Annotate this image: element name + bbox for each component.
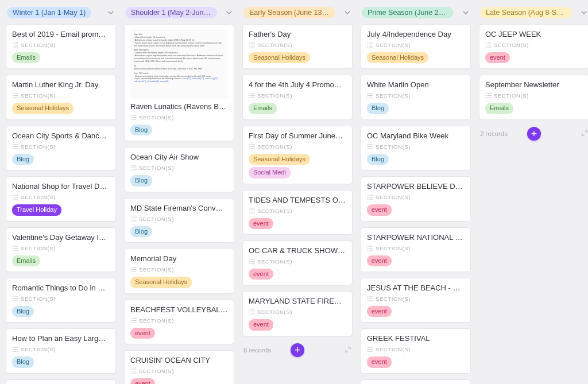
- card-tags: event: [249, 218, 346, 229]
- list-icon: [249, 259, 255, 264]
- add-card-button[interactable]: +: [527, 127, 541, 141]
- tag[interactable]: Blog: [367, 103, 389, 114]
- tag[interactable]: event: [367, 255, 392, 266]
- column-title[interactable]: Shoulder 1 (May 2-June 12): [125, 7, 217, 18]
- card[interactable]: July 4/Independence DaySECTION(S)Seasona…: [361, 24, 471, 69]
- column-title[interactable]: Prime Season (June 27-Aug…: [362, 7, 454, 18]
- card[interactable]: Martin Luther King Jr. DaySECTION(S)Seas…: [6, 75, 116, 119]
- sections-label: SECTION(S): [367, 346, 465, 352]
- record-count: 6 records: [243, 347, 271, 354]
- card-title: Ocean City Sports & Danc…: [12, 131, 110, 140]
- chevron-down-icon[interactable]: [580, 9, 588, 17]
- chevron-down-icon[interactable]: [343, 9, 351, 17]
- card[interactable]: National Shop for Travel D…SECTION(S)Tra…: [6, 176, 116, 221]
- card-title: MD State Fireman's Conv…: [130, 204, 228, 212]
- expand-icon[interactable]: [345, 346, 351, 354]
- list-icon: [249, 93, 255, 98]
- card[interactable]: OC CAR & TRUCK SHOW …SECTION(S)event: [242, 241, 353, 285]
- tag[interactable]: Blog: [12, 356, 34, 367]
- chevron-down-icon[interactable]: [462, 9, 470, 17]
- column-title[interactable]: Early Season (June 13-June…: [243, 7, 335, 18]
- card[interactable]: July NewsletterSECTION(S)Emails: [361, 379, 471, 384]
- card-tags: event: [485, 52, 583, 63]
- tag[interactable]: event: [367, 204, 392, 215]
- tag[interactable]: event: [249, 218, 273, 229]
- expand-icon[interactable]: [581, 130, 588, 138]
- tag[interactable]: event: [249, 319, 273, 330]
- card[interactable]: Memorial DaySECTION(S)Seasonal Holidays: [124, 249, 234, 293]
- tag[interactable]: Emails: [249, 103, 277, 114]
- list-icon: [367, 347, 373, 352]
- card[interactable]: Ocean City Air ShowSECTION(S)Blog: [124, 147, 234, 192]
- tag[interactable]: Blog: [130, 226, 152, 237]
- tag[interactable]: Travel Holiday: [12, 204, 61, 215]
- list-icon: [249, 309, 255, 315]
- card[interactable]: OC JEEP WEEKSECTION(S)event: [479, 24, 588, 69]
- column-header[interactable]: Prime Season (June 27-Aug…: [361, 7, 471, 18]
- card[interactable]: JESUS AT THE BEACH - …SECTION(S)event: [361, 278, 471, 323]
- tag[interactable]: Social Medi: [249, 167, 291, 178]
- card[interactable]: CRUISIN' OCEAN CITYSECTION(S)event: [124, 350, 234, 384]
- card[interactable]: OC Maryland Bike WeekSECTION(S)Blog: [361, 126, 471, 170]
- card[interactable]: How to Plan an Easy Larg…SECTION(S)Blog: [6, 328, 116, 373]
- card[interactable]: First Day of Summer June…SECTION(S)Seaso…: [242, 126, 353, 184]
- card[interactable]: Father's DaySECTION(S)Seasonal Holidays: [242, 24, 353, 69]
- tag[interactable]: Blog: [12, 306, 34, 317]
- sections-label: SECTION(S): [130, 317, 228, 324]
- card[interactable]: Page Info• Optimal link length: 55 chara…: [124, 24, 234, 141]
- tag[interactable]: Seasonal Holidays: [249, 154, 310, 165]
- add-card-button[interactable]: +: [291, 343, 304, 357]
- list-icon: [12, 347, 18, 352]
- card[interactable]: Ocean City Sports & Danc…SECTION(S)Blog: [6, 126, 116, 170]
- tag[interactable]: Blog: [367, 154, 389, 165]
- card[interactable]: STARPOWER NATIONAL …SECTION(S)event: [361, 227, 471, 272]
- tag[interactable]: event: [367, 356, 392, 367]
- sections-label: SECTION(S): [367, 143, 465, 150]
- tag[interactable]: Emails: [12, 255, 40, 266]
- card[interactable]: MD State Fireman's Conv…SECTION(S)Blog: [124, 198, 234, 243]
- card-title: STARPOWER NATIONAL …: [367, 233, 465, 242]
- sections-label: SECTION(S): [485, 92, 583, 99]
- card[interactable]: National Plan for Vacation …SECTION(S)So…: [6, 379, 116, 384]
- column-title[interactable]: Winter 1 (Jan 1-May 1): [7, 7, 91, 18]
- kanban-column: Winter 1 (Jan 1-May 1)Best of 2019 - Ema…: [6, 7, 116, 384]
- card[interactable]: White Marlin OpenSECTION(S)Blog: [361, 75, 471, 119]
- tag[interactable]: event: [130, 378, 155, 384]
- tag[interactable]: event: [130, 328, 155, 339]
- card-tags: Emails: [249, 103, 346, 114]
- card[interactable]: September NewsletterSECTION(S)Emails: [479, 75, 588, 119]
- tag[interactable]: Seasonal Holidays: [249, 52, 310, 63]
- card-title: GREEK FESTIVAL: [367, 334, 465, 343]
- tag[interactable]: Blog: [130, 175, 152, 186]
- column-header[interactable]: Shoulder 1 (May 2-June 12): [124, 7, 234, 18]
- card-tags: Blog: [130, 125, 228, 135]
- card-tags: Emails: [485, 103, 583, 114]
- column-header[interactable]: Early Season (June 13-June…: [242, 7, 353, 18]
- tag[interactable]: event: [485, 52, 510, 63]
- tag[interactable]: Blog: [130, 125, 152, 135]
- tag[interactable]: Blog: [12, 154, 34, 165]
- chevron-down-icon[interactable]: [225, 9, 233, 17]
- column-header[interactable]: Winter 1 (Jan 1-May 1): [6, 7, 116, 18]
- tag[interactable]: Seasonal Holidays: [12, 103, 74, 114]
- tag[interactable]: Emails: [12, 52, 40, 63]
- chevron-down-icon[interactable]: [107, 9, 115, 17]
- tag[interactable]: Seasonal Holidays: [367, 52, 428, 63]
- card-title: Raven Lunatics (Ravens B…: [130, 102, 228, 111]
- column-header[interactable]: Late Season (Aug 8-Sept 4): [479, 7, 588, 18]
- card[interactable]: Romantic Things to Do in …SECTION(S)Blog: [6, 278, 116, 323]
- card[interactable]: 4 for the 4th July 4 Promo…SECTION(S)Ema…: [242, 75, 353, 119]
- card[interactable]: STARPOWER BELIEVE DA…SECTION(S)event: [361, 176, 471, 221]
- card[interactable]: MARYLAND STATE FIREM…SECTION(S)event: [242, 291, 353, 336]
- tag[interactable]: Seasonal Holidays: [130, 277, 192, 288]
- card-title: OC Maryland Bike Week: [367, 131, 465, 140]
- column-title[interactable]: Late Season (Aug 8-Sept 4): [480, 7, 572, 18]
- card[interactable]: TIDES AND TEMPESTS O…SECTION(S)event: [242, 190, 353, 235]
- tag[interactable]: Emails: [485, 103, 513, 114]
- tag[interactable]: event: [367, 306, 392, 317]
- tag[interactable]: event: [249, 269, 273, 280]
- card[interactable]: Best of 2019 - Email prom…SECTION(S)Emai…: [6, 24, 116, 69]
- card[interactable]: GREEK FESTIVALSECTION(S)event: [361, 328, 471, 373]
- card[interactable]: Valentine's Day Getaway I…SECTION(S)Emai…: [6, 227, 116, 272]
- card[interactable]: BEACHFEST VOLLEYBALL…SECTION(S)event: [124, 300, 234, 344]
